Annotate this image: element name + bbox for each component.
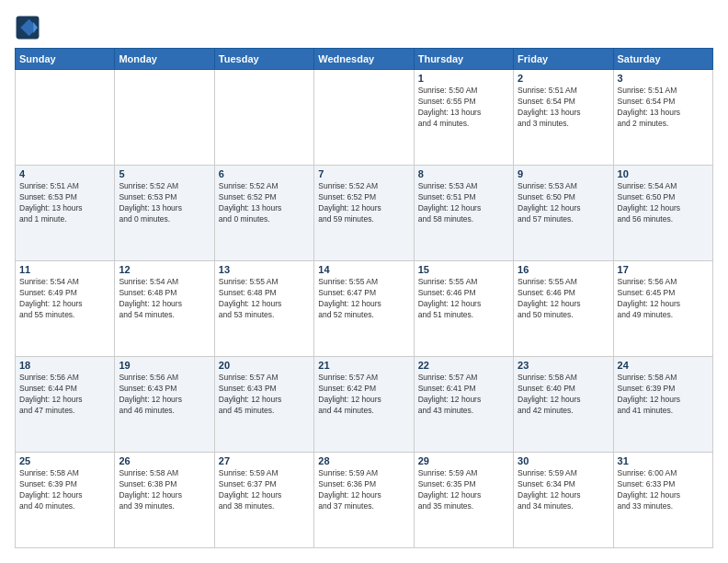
day-number: 29 (418, 455, 509, 466)
day-info: Sunrise: 5:58 AM Sunset: 6:38 PM Dayligh… (119, 468, 210, 512)
day-number: 24 (618, 360, 709, 371)
day-info: Sunrise: 5:54 AM Sunset: 6:49 PM Dayligh… (19, 277, 110, 321)
calendar-cell: 1Sunrise: 5:50 AM Sunset: 6:55 PM Daylig… (414, 70, 513, 166)
header (15, 15, 713, 40)
calendar-cell: 14Sunrise: 5:55 AM Sunset: 6:47 PM Dayli… (314, 261, 414, 357)
calendar-cell: 4Sunrise: 5:51 AM Sunset: 6:53 PM Daylig… (16, 166, 115, 261)
logo-icon (15, 15, 40, 40)
calendar-cell: 8Sunrise: 5:53 AM Sunset: 6:51 PM Daylig… (414, 166, 513, 261)
day-info: Sunrise: 5:57 AM Sunset: 6:41 PM Dayligh… (418, 373, 509, 417)
day-info: Sunrise: 5:58 AM Sunset: 6:39 PM Dayligh… (618, 373, 709, 417)
day-number: 5 (119, 168, 210, 179)
page: SundayMondayTuesdayWednesdayThursdayFrid… (0, 0, 728, 563)
calendar-header-row: SundayMondayTuesdayWednesdayThursdayFrid… (16, 49, 713, 70)
day-info: Sunrise: 5:58 AM Sunset: 6:39 PM Dayligh… (19, 468, 110, 512)
day-header-wednesday: Wednesday (314, 49, 414, 70)
day-number: 10 (618, 168, 709, 179)
calendar-cell: 10Sunrise: 5:54 AM Sunset: 6:50 PM Dayli… (613, 166, 712, 261)
day-number: 13 (219, 264, 310, 275)
day-info: Sunrise: 5:58 AM Sunset: 6:40 PM Dayligh… (518, 373, 609, 417)
day-header-sunday: Sunday (16, 49, 115, 70)
calendar-cell: 31Sunrise: 6:00 AM Sunset: 6:33 PM Dayli… (613, 453, 712, 548)
day-number: 18 (19, 360, 110, 371)
calendar-cell: 21Sunrise: 5:57 AM Sunset: 6:42 PM Dayli… (314, 357, 414, 453)
calendar-cell: 28Sunrise: 5:59 AM Sunset: 6:36 PM Dayli… (314, 453, 414, 548)
calendar-cell (115, 70, 214, 166)
day-number: 31 (618, 455, 709, 466)
logo (15, 15, 44, 40)
calendar-cell: 26Sunrise: 5:58 AM Sunset: 6:38 PM Dayli… (115, 453, 214, 548)
day-number: 27 (219, 455, 310, 466)
day-info: Sunrise: 5:59 AM Sunset: 6:34 PM Dayligh… (518, 468, 609, 512)
day-number: 22 (418, 360, 509, 371)
day-number: 19 (119, 360, 210, 371)
day-number: 1 (418, 73, 509, 84)
calendar-cell: 27Sunrise: 5:59 AM Sunset: 6:37 PM Dayli… (214, 453, 313, 548)
day-info: Sunrise: 5:57 AM Sunset: 6:42 PM Dayligh… (318, 373, 409, 417)
day-number: 6 (219, 168, 310, 179)
day-number: 17 (618, 264, 709, 275)
calendar-cell: 11Sunrise: 5:54 AM Sunset: 6:49 PM Dayli… (16, 261, 115, 357)
calendar-cell: 22Sunrise: 5:57 AM Sunset: 6:41 PM Dayli… (414, 357, 513, 453)
day-info: Sunrise: 5:51 AM Sunset: 6:54 PM Dayligh… (618, 86, 709, 130)
day-number: 9 (518, 168, 609, 179)
calendar-cell: 5Sunrise: 5:52 AM Sunset: 6:53 PM Daylig… (115, 166, 214, 261)
day-number: 14 (318, 264, 409, 275)
calendar-cell: 16Sunrise: 5:55 AM Sunset: 6:46 PM Dayli… (514, 261, 613, 357)
day-number: 3 (618, 73, 709, 84)
day-info: Sunrise: 5:59 AM Sunset: 6:36 PM Dayligh… (318, 468, 409, 512)
calendar-week-5: 25Sunrise: 5:58 AM Sunset: 6:39 PM Dayli… (16, 453, 713, 548)
calendar-cell: 12Sunrise: 5:54 AM Sunset: 6:48 PM Dayli… (115, 261, 214, 357)
day-info: Sunrise: 5:59 AM Sunset: 6:35 PM Dayligh… (418, 468, 509, 512)
day-number: 7 (318, 168, 409, 179)
day-info: Sunrise: 5:56 AM Sunset: 6:43 PM Dayligh… (119, 373, 210, 417)
day-number: 26 (119, 455, 210, 466)
calendar-cell: 25Sunrise: 5:58 AM Sunset: 6:39 PM Dayli… (16, 453, 115, 548)
day-number: 15 (418, 264, 509, 275)
day-number: 2 (518, 73, 609, 84)
day-info: Sunrise: 5:52 AM Sunset: 6:53 PM Dayligh… (119, 181, 210, 225)
calendar-cell: 7Sunrise: 5:52 AM Sunset: 6:52 PM Daylig… (314, 166, 414, 261)
calendar-cell: 17Sunrise: 5:56 AM Sunset: 6:45 PM Dayli… (613, 261, 712, 357)
calendar-cell: 9Sunrise: 5:53 AM Sunset: 6:50 PM Daylig… (514, 166, 613, 261)
day-info: Sunrise: 5:56 AM Sunset: 6:44 PM Dayligh… (19, 373, 110, 417)
day-info: Sunrise: 5:55 AM Sunset: 6:48 PM Dayligh… (219, 277, 310, 321)
calendar-week-1: 1Sunrise: 5:50 AM Sunset: 6:55 PM Daylig… (16, 70, 713, 166)
day-number: 8 (418, 168, 509, 179)
day-info: Sunrise: 5:55 AM Sunset: 6:46 PM Dayligh… (518, 277, 609, 321)
day-info: Sunrise: 5:53 AM Sunset: 6:51 PM Dayligh… (418, 181, 509, 225)
calendar-cell: 15Sunrise: 5:55 AM Sunset: 6:46 PM Dayli… (414, 261, 513, 357)
day-number: 16 (518, 264, 609, 275)
calendar-cell: 30Sunrise: 5:59 AM Sunset: 6:34 PM Dayli… (514, 453, 613, 548)
calendar-week-4: 18Sunrise: 5:56 AM Sunset: 6:44 PM Dayli… (16, 357, 713, 453)
calendar-cell: 2Sunrise: 5:51 AM Sunset: 6:54 PM Daylig… (514, 70, 613, 166)
day-number: 30 (518, 455, 609, 466)
day-header-saturday: Saturday (613, 49, 712, 70)
day-info: Sunrise: 5:54 AM Sunset: 6:48 PM Dayligh… (119, 277, 210, 321)
calendar-cell: 24Sunrise: 5:58 AM Sunset: 6:39 PM Dayli… (613, 357, 712, 453)
day-number: 25 (19, 455, 110, 466)
calendar-cell (214, 70, 313, 166)
day-info: Sunrise: 5:57 AM Sunset: 6:43 PM Dayligh… (219, 373, 310, 417)
calendar-cell (16, 70, 115, 166)
day-header-thursday: Thursday (414, 49, 513, 70)
day-info: Sunrise: 5:52 AM Sunset: 6:52 PM Dayligh… (318, 181, 409, 225)
day-number: 11 (19, 264, 110, 275)
day-number: 12 (119, 264, 210, 275)
day-header-tuesday: Tuesday (214, 49, 313, 70)
calendar-cell: 19Sunrise: 5:56 AM Sunset: 6:43 PM Dayli… (115, 357, 214, 453)
day-info: Sunrise: 5:56 AM Sunset: 6:45 PM Dayligh… (618, 277, 709, 321)
day-header-friday: Friday (514, 49, 613, 70)
day-number: 28 (318, 455, 409, 466)
day-info: Sunrise: 5:50 AM Sunset: 6:55 PM Dayligh… (418, 86, 509, 130)
calendar-cell: 20Sunrise: 5:57 AM Sunset: 6:43 PM Dayli… (214, 357, 313, 453)
day-number: 23 (518, 360, 609, 371)
calendar-week-3: 11Sunrise: 5:54 AM Sunset: 6:49 PM Dayli… (16, 261, 713, 357)
calendar-cell: 6Sunrise: 5:52 AM Sunset: 6:52 PM Daylig… (214, 166, 313, 261)
day-number: 20 (219, 360, 310, 371)
calendar-cell (314, 70, 414, 166)
calendar-cell: 3Sunrise: 5:51 AM Sunset: 6:54 PM Daylig… (613, 70, 712, 166)
calendar-table: SundayMondayTuesdayWednesdayThursdayFrid… (15, 48, 713, 548)
day-number: 4 (19, 168, 110, 179)
calendar-cell: 18Sunrise: 5:56 AM Sunset: 6:44 PM Dayli… (16, 357, 115, 453)
